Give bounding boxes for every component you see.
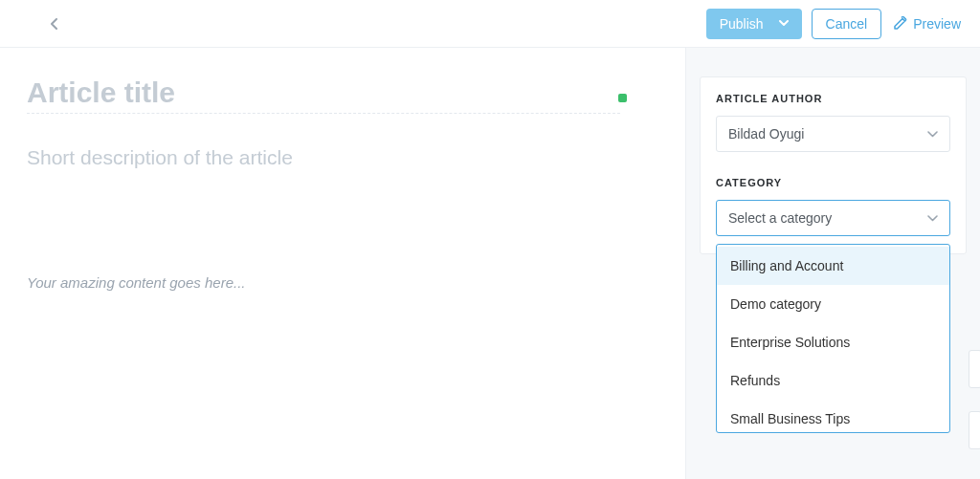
cancel-button[interactable]: Cancel	[812, 9, 882, 39]
category-section: Category Select a category	[716, 177, 950, 236]
seo-settings-row[interactable]: SEO Settings	[700, 474, 967, 479]
chevron-down-icon	[779, 20, 789, 27]
hidden-panel-edge	[969, 411, 980, 449]
author-value: Bildad Oyugi	[728, 126, 804, 142]
publish-label: Publish	[720, 16, 764, 32]
category-dropdown: Billing and Account Demo category Enterp…	[716, 244, 950, 433]
edit-icon	[893, 16, 907, 31]
category-option[interactable]: Billing and Account	[717, 247, 949, 285]
title-input[interactable]	[27, 76, 620, 114]
preview-label: Preview	[913, 16, 961, 32]
category-section-label: Category	[716, 177, 950, 188]
cancel-label: Cancel	[826, 16, 868, 32]
description-input[interactable]	[27, 146, 620, 169]
chevron-left-icon	[51, 18, 58, 30]
author-section-label: Article Author	[716, 93, 950, 104]
chevron-down-icon	[927, 131, 938, 138]
editor-area: Your amazing content goes here...	[0, 48, 685, 479]
status-indicator	[618, 94, 627, 102]
hidden-panel-edge	[969, 350, 980, 388]
preview-button[interactable]: Preview	[891, 10, 963, 38]
back-button[interactable]	[46, 15, 63, 33]
category-placeholder: Select a category	[728, 210, 832, 226]
category-option[interactable]: Enterprise Solutions	[717, 323, 949, 361]
topbar: Publish Cancel Preview	[0, 0, 980, 48]
category-option[interactable]: Refunds	[717, 361, 949, 400]
category-option[interactable]: Small Business Tips	[717, 400, 949, 430]
article-meta-panel: Article Author Bildad Oyugi Category Sel…	[700, 76, 967, 254]
category-select[interactable]: Select a category	[716, 200, 950, 236]
category-option[interactable]: Demo category	[717, 285, 949, 323]
topbar-actions: Publish Cancel Preview	[706, 9, 963, 39]
chevron-down-icon	[927, 215, 938, 222]
content-editor[interactable]: Your amazing content goes here...	[27, 274, 651, 291]
sidebar: Article Author Bildad Oyugi Category Sel…	[685, 48, 980, 479]
publish-button[interactable]: Publish	[706, 9, 802, 39]
author-select[interactable]: Bildad Oyugi	[716, 116, 950, 152]
